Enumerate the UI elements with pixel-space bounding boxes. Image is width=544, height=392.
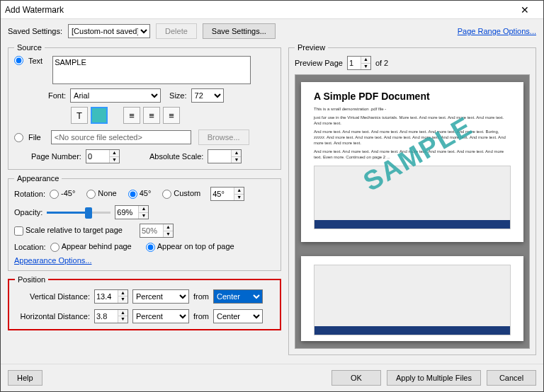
opacity-input[interactable]: ▲▼: [115, 205, 149, 219]
button-bar: Help OK Apply to Multiple Files Cancel: [1, 364, 543, 391]
preview-page-label: Preview Page: [295, 59, 343, 67]
scale-relative-checkbox[interactable]: Scale relative to target page: [14, 226, 123, 236]
help-button[interactable]: Help: [8, 370, 42, 386]
scale-relative-input[interactable]: ▲▼: [140, 224, 174, 238]
preview-area: A Simple PDF Document This is a small de…: [295, 74, 530, 349]
align-right-icon[interactable]: ≡: [163, 107, 180, 124]
abs-scale-input[interactable]: ▲▼: [208, 149, 242, 163]
file-radio[interactable]: File: [14, 133, 41, 142]
rotation-label: Rotation:: [14, 190, 45, 198]
browse-button[interactable]: Browse...: [198, 129, 249, 145]
preview-legend: Preview: [295, 43, 328, 52]
saved-settings-select[interactable]: [Custom-not saved]: [68, 24, 150, 38]
vdist-label: Vertical Distance:: [15, 292, 90, 301]
appearance-group: Appearance Rotation: -45° None 45° Custo…: [8, 174, 281, 271]
preview-page-1: A Simple PDF Document This is a small de…: [301, 82, 523, 242]
appearance-legend: Appearance: [14, 174, 62, 183]
watermark-text-input[interactable]: SAMPLE: [52, 56, 251, 84]
rotation-plus45[interactable]: 45°: [128, 189, 152, 199]
preview-doc-title: A Simple PDF Document: [314, 91, 511, 102]
cancel-button[interactable]: Cancel: [487, 370, 536, 386]
text-radio[interactable]: Text: [14, 56, 42, 65]
abs-scale-label: Absolute Scale:: [149, 152, 203, 161]
rotation-custom-input[interactable]: ▲▼: [210, 187, 244, 201]
preview-screenshot-thumb: [314, 166, 511, 229]
preview-page-2: [301, 256, 523, 341]
vdist-from-select[interactable]: Center: [213, 289, 263, 304]
file-path-input[interactable]: [51, 130, 191, 144]
hdist-from-select[interactable]: Center: [213, 309, 263, 323]
titlebar: Add Watermark ✕: [1, 1, 543, 19]
location-ontop[interactable]: Appear on top of page: [146, 242, 234, 252]
opacity-slider[interactable]: [47, 206, 110, 219]
align-left-icon[interactable]: ≡: [123, 107, 140, 124]
text-style-icon[interactable]: T: [71, 107, 88, 124]
preview-page-of: of 2: [375, 59, 388, 67]
font-select[interactable]: Arial: [70, 88, 161, 103]
delete-button[interactable]: Delete: [156, 23, 197, 39]
source-legend: Source: [14, 43, 45, 52]
color-swatch-icon[interactable]: [91, 107, 108, 124]
window-title: Add Watermark: [5, 5, 511, 15]
page-number-label: Page Number:: [31, 152, 81, 161]
appearance-options-link[interactable]: Appearance Options...: [14, 256, 91, 265]
position-legend: Position: [15, 275, 48, 284]
position-group: Position Vertical Distance: ▲▼ Percent f…: [8, 275, 281, 330]
location-label: Location:: [14, 243, 46, 251]
size-label: Size:: [169, 91, 186, 100]
hdist-label: Horizontal Distance:: [15, 312, 90, 321]
chevron-up-icon: ▲: [110, 150, 119, 157]
vdist-input[interactable]: ▲▼: [94, 289, 128, 304]
rotation-minus45[interactable]: -45°: [50, 189, 75, 199]
vdist-from-label: from: [193, 292, 209, 301]
preview-page-input[interactable]: ▲▼: [347, 56, 371, 70]
apply-multiple-button[interactable]: Apply to Multiple Files: [387, 370, 481, 386]
size-select[interactable]: 72: [191, 88, 224, 103]
chevron-down-icon: ▼: [110, 157, 119, 163]
preview-screenshot-thumb-2: [314, 265, 511, 335]
location-behind[interactable]: Appear behind page: [50, 242, 132, 252]
vdist-unit-select[interactable]: Percent: [132, 289, 189, 304]
rotation-custom[interactable]: Custom: [162, 189, 200, 199]
hdist-from-label: from: [193, 312, 209, 321]
ok-button[interactable]: OK: [332, 370, 381, 386]
hdist-input[interactable]: ▲▼: [94, 309, 128, 323]
save-settings-button[interactable]: Save Settings...: [203, 23, 276, 39]
source-group: Source Text SAMPLE Font: Arial Size: 72 …: [8, 43, 281, 170]
preview-group: Preview Preview Page ▲▼ of 2 A Simple PD…: [288, 43, 536, 355]
close-icon[interactable]: ✕: [511, 1, 539, 19]
align-center-icon[interactable]: ≡: [143, 107, 160, 124]
page-range-link[interactable]: Page Range Options...: [458, 27, 536, 35]
opacity-label: Opacity:: [14, 208, 42, 217]
page-number-input[interactable]: ▲▼: [86, 149, 120, 163]
hdist-unit-select[interactable]: Percent: [132, 309, 189, 323]
saved-settings-label: Saved Settings:: [8, 27, 62, 35]
rotation-none[interactable]: None: [86, 189, 116, 199]
add-watermark-dialog: Add Watermark ✕ Saved Settings: [Custom-…: [0, 0, 544, 392]
font-label: Font:: [48, 91, 66, 100]
